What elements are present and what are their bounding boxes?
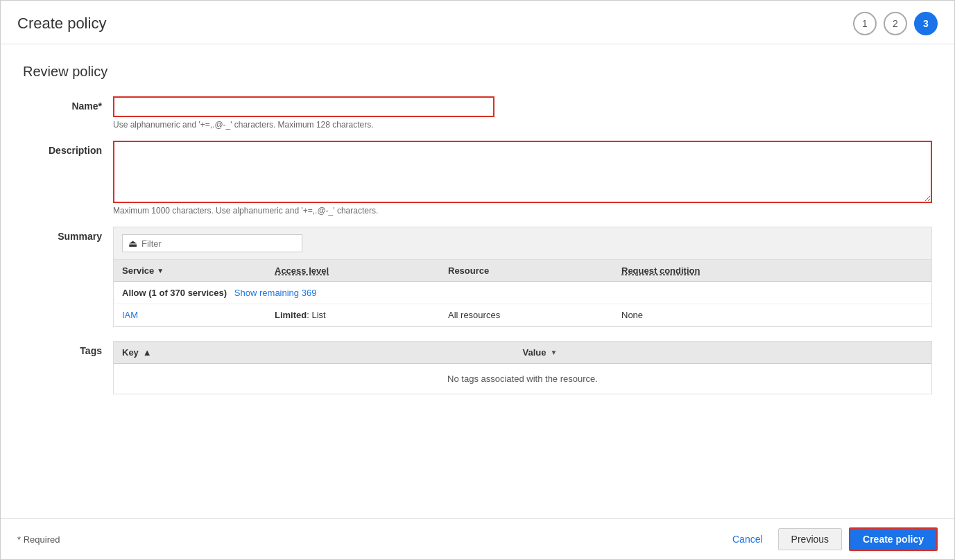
tags-section: Tags Key ▲ Value ▼ No tags associated wi… — [23, 341, 932, 394]
description-label: Description — [23, 141, 113, 156]
filter-input-wrap: ⏏ — [122, 234, 302, 252]
summary-table-wrapper: ⏏ Service ▼ Access level Resource — [113, 227, 932, 327]
required-note: * Required — [17, 534, 60, 545]
cancel-button[interactable]: Cancel — [724, 530, 771, 549]
table-row: IAM Limited: List All resources None — [114, 304, 931, 326]
sort-up-icon: ▲ — [143, 347, 152, 358]
request-condition-column-header: Request condition — [621, 265, 923, 276]
page-header: Create policy 1 2 3 — [1, 1, 954, 44]
create-policy-button[interactable]: Create policy — [849, 527, 938, 551]
chevron-down-icon: ▼ — [550, 349, 557, 356]
previous-button[interactable]: Previous — [778, 528, 842, 550]
step-1: 1 — [853, 12, 877, 35]
footer-buttons: Cancel Previous Create policy — [724, 527, 938, 551]
step-3: 3 — [914, 12, 938, 35]
show-remaining-link[interactable]: Show remaining 369 — [234, 288, 317, 298]
resource-cell: All resources — [448, 310, 621, 320]
tags-empty-message: No tags associated with the resource. — [114, 364, 931, 394]
tags-table-wrapper: Key ▲ Value ▼ No tags associated with th… — [113, 341, 932, 394]
page-title: Create policy — [17, 15, 106, 33]
tags-table-header: Key ▲ Value ▼ — [114, 342, 931, 364]
key-column-header: Key ▲ — [122, 347, 523, 358]
footer: * Required Cancel Previous Create policy — [1, 518, 954, 559]
main-content: Review policy Name* Use alphanumeric and… — [1, 44, 954, 518]
description-hint: Maximum 1000 characters. Use alphanumeri… — [113, 206, 932, 216]
description-textarea[interactable] — [113, 141, 932, 203]
filter-input[interactable] — [141, 238, 280, 249]
request-condition-cell: None — [621, 310, 923, 320]
summary-table-header: Service ▼ Access level Resource Request … — [114, 260, 931, 282]
name-row: Name* Use alphanumeric and '+=,.@-_' cha… — [23, 96, 932, 130]
search-icon: ⏏ — [128, 238, 137, 249]
section-title: Review policy — [23, 64, 932, 80]
access-level-cell: Limited: List — [275, 310, 448, 320]
name-field-wrapper: Use alphanumeric and '+=,.@-_' character… — [113, 96, 932, 130]
description-field-wrapper: Maximum 1000 characters. Use alphanumeri… — [113, 141, 932, 216]
step-2: 2 — [884, 12, 907, 35]
resource-column-header: Resource — [448, 265, 621, 276]
access-level-column-header: Access level — [275, 265, 448, 276]
allow-row: Allow (1 of 370 services) Show remaining… — [114, 282, 931, 304]
service-cell[interactable]: IAM — [122, 310, 275, 320]
value-column-header: Value ▼ — [523, 347, 924, 358]
tags-label: Tags — [23, 341, 113, 394]
name-hint: Use alphanumeric and '+=,.@-_' character… — [113, 120, 932, 130]
allow-text: Allow (1 of 370 services) — [122, 288, 227, 298]
step-indicators: 1 2 3 — [853, 12, 938, 35]
description-row: Description Maximum 1000 characters. Use… — [23, 141, 932, 216]
sort-arrow-icon: ▼ — [157, 267, 164, 274]
name-label: Name* — [23, 96, 113, 112]
service-column-header: Service ▼ — [122, 265, 275, 276]
filter-bar: ⏏ — [114, 227, 931, 260]
name-input[interactable] — [113, 96, 494, 117]
summary-label: Summary — [23, 227, 113, 327]
summary-section: Summary ⏏ Service ▼ Access level — [23, 227, 932, 327]
